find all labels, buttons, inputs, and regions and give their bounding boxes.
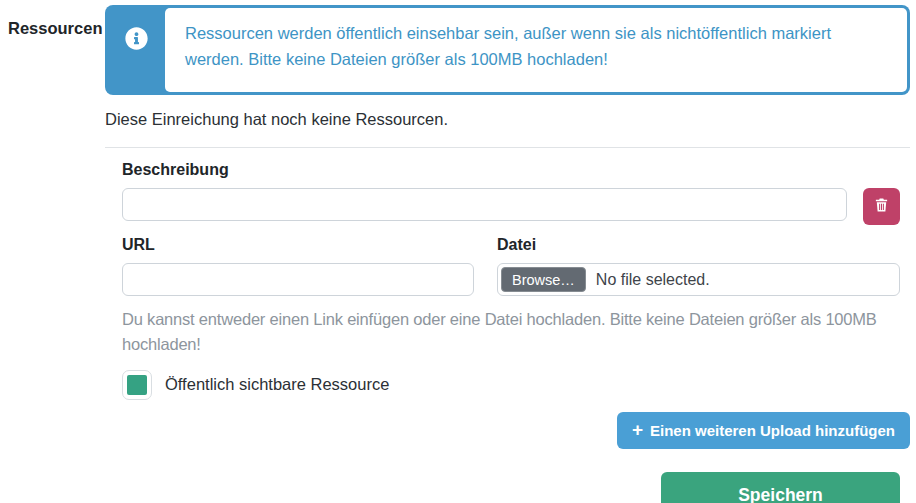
url-label: URL: [122, 236, 474, 254]
description-label: Beschreibung: [122, 161, 910, 179]
description-input[interactable]: [122, 188, 847, 221]
file-status-text: No file selected.: [596, 271, 710, 289]
empty-resources-text: Diese Einreichung hat noch keine Ressour…: [105, 110, 910, 129]
public-resource-checkbox[interactable]: [122, 370, 152, 400]
url-input[interactable]: [122, 263, 474, 296]
info-alert: Ressourcen werden öffentlich einsehbar s…: [105, 5, 910, 95]
checkbox-checked-mark: [127, 375, 147, 395]
public-resource-row: Öffentlich sichtbare Ressource: [122, 370, 910, 400]
save-row: Speichern: [122, 472, 900, 503]
delete-upload-button[interactable]: [863, 188, 900, 225]
plus-icon: +: [632, 420, 643, 439]
url-column: URL: [122, 236, 474, 296]
file-column: Datei Browse… No file selected.: [497, 236, 900, 296]
resources-section: Ressourcen Ressourcen werden öffentlich …: [0, 0, 916, 503]
upload-help-text: Du kannst entweder einen Link einfügen o…: [122, 307, 894, 357]
trash-icon: [874, 197, 889, 216]
divider: [105, 147, 910, 148]
url-file-row: URL Datei Browse… No file selected.: [122, 236, 900, 296]
browse-button[interactable]: Browse…: [501, 267, 586, 292]
public-resource-label: Öffentlich sichtbare Ressource: [165, 375, 389, 394]
description-row: [122, 188, 900, 225]
add-upload-button-label: Einen weiteren Upload hinzufügen: [650, 422, 895, 439]
info-circle-icon: [125, 27, 148, 54]
add-upload-row: + Einen weiteren Upload hinzufügen: [122, 412, 910, 449]
save-button[interactable]: Speichern: [661, 472, 900, 503]
info-alert-text: Ressourcen werden öffentlich einsehbar s…: [165, 8, 907, 92]
info-alert-icon-column: [108, 8, 165, 92]
resources-content: Ressourcen werden öffentlich einsehbar s…: [105, 5, 910, 503]
file-label: Datei: [497, 236, 900, 254]
upload-form: Beschreibung: [105, 161, 910, 503]
add-upload-button[interactable]: + Einen weiteren Upload hinzufügen: [617, 412, 910, 449]
section-label: Ressourcen: [8, 5, 105, 503]
file-input[interactable]: Browse… No file selected.: [497, 263, 900, 296]
